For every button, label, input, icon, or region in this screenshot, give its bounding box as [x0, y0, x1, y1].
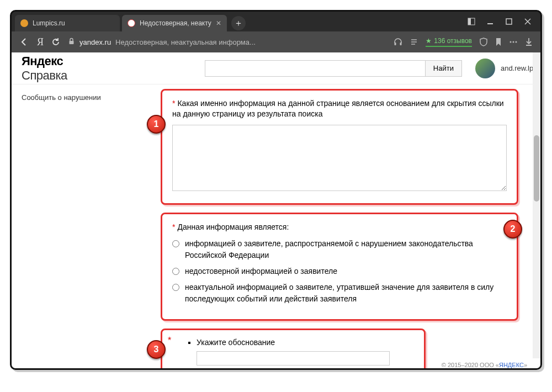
- close-window-icon[interactable]: [524, 18, 532, 27]
- required-marker: *: [172, 223, 175, 231]
- annotation-badge-3: 3: [147, 340, 166, 359]
- svg-point-12: [510, 41, 512, 43]
- yandex-logo[interactable]: Яндекс Справка: [22, 54, 67, 83]
- reviews-badge[interactable]: ★ 136 отзывов: [426, 37, 472, 47]
- headphones-icon[interactable]: [394, 38, 402, 46]
- sidebar-toggle-icon[interactable]: [468, 18, 475, 27]
- toolbar: Я yandex.ru Недостоверная, неактуальная …: [12, 31, 540, 52]
- footer: © 2015–2020 ООО «ЯНДЕКС»: [442, 362, 527, 368]
- footer-link[interactable]: ЯНДЕКС: [499, 362, 524, 368]
- radio-option-3[interactable]: неактуальной информацией о заявителе, ут…: [172, 282, 507, 305]
- shield-icon[interactable]: [480, 38, 487, 46]
- search-button[interactable]: Найти: [426, 60, 462, 77]
- reload-icon[interactable]: [51, 38, 60, 46]
- menu-icon[interactable]: [509, 38, 517, 46]
- tab-lumpics[interactable]: Lumpics.ru: [15, 15, 120, 31]
- tab-title: Lumpics.ru: [33, 19, 65, 27]
- question-1-textarea[interactable]: [172, 125, 507, 191]
- favicon-icon: [128, 19, 135, 27]
- address-title: Недостоверная, неактуальная информа...: [115, 38, 256, 46]
- svg-rect-3: [506, 19, 512, 24]
- avatar: [475, 59, 495, 78]
- tab-title: Недостоверная, неакту: [140, 19, 211, 27]
- reviews-count: 136 отзывов: [434, 37, 472, 45]
- address-domain: yandex.ru: [79, 38, 111, 46]
- radio-input-3[interactable]: [172, 284, 179, 291]
- new-tab-button[interactable]: ＋: [231, 16, 246, 30]
- page: Яндекс Справка Найти and.rew.lptw Сообщи…: [12, 52, 540, 368]
- radio-label-2: недостоверной информацией о заявителе: [185, 266, 337, 277]
- screenshot-frame: Lumpics.ru Недостоверная, неакту ✕ ＋: [10, 10, 542, 370]
- question-3-input[interactable]: [197, 351, 390, 365]
- close-icon[interactable]: ✕: [216, 19, 221, 27]
- tabstrip: Lumpics.ru Недостоверная, неакту ✕ ＋: [12, 12, 540, 31]
- required-marker: *: [172, 99, 175, 108]
- annotation-block-2: 2 *Данная информация является: информаци…: [161, 213, 518, 321]
- sidebar: Сообщить о нарушении: [12, 84, 161, 368]
- sidebar-item-report[interactable]: Сообщить о нарушении: [22, 93, 151, 102]
- yandex-header: Яндекс Справка Найти and.rew.lptw: [12, 52, 540, 84]
- favicon-icon: [20, 19, 28, 27]
- radio-option-1[interactable]: информацией о заявителе, распространяемо…: [172, 238, 507, 261]
- downloads-icon[interactable]: [525, 38, 533, 46]
- svg-rect-1: [468, 18, 471, 25]
- footer-copyright: © 2015–2020 ООО «: [442, 362, 499, 368]
- annotation-block-1: 1 *Какая именно информация на данной стр…: [161, 89, 518, 205]
- bookmark-icon[interactable]: [495, 38, 502, 46]
- radio-option-2[interactable]: недостоверной информацией о заявителе: [172, 266, 507, 277]
- svg-point-14: [516, 41, 517, 43]
- question-1-label: *Какая именно информация на данной стран…: [172, 98, 507, 119]
- yandex-home-icon[interactable]: Я: [37, 36, 44, 48]
- page-body: Сообщить о нарушении 1 *Какая именно инф…: [12, 84, 540, 368]
- radio-label-1: информацией о заявителе, распространяемо…: [185, 238, 507, 261]
- form-area: 1 *Какая именно информация на данной стр…: [161, 84, 540, 368]
- logo-bold: Яндекс: [22, 54, 63, 68]
- svg-rect-8: [400, 43, 402, 45]
- radio-input-2[interactable]: [172, 268, 179, 275]
- radio-input-1[interactable]: [172, 240, 179, 247]
- required-marker: *: [168, 336, 171, 346]
- browser-window: Lumpics.ru Недостоверная, неакту ✕ ＋: [12, 12, 540, 368]
- lock-icon: [68, 38, 75, 46]
- annotation-badge-1: 1: [147, 115, 166, 134]
- annotation-badge-2: 2: [503, 220, 522, 239]
- user-menu[interactable]: and.rew.lptw: [475, 59, 540, 78]
- question-3-label: Укажите обоснование: [197, 338, 414, 347]
- tab-yandex-active[interactable]: Недостоверная, неакту ✕: [122, 15, 227, 31]
- svg-point-13: [513, 41, 514, 43]
- svg-rect-7: [395, 43, 396, 45]
- search-input[interactable]: [205, 60, 426, 77]
- reader-icon[interactable]: [410, 38, 418, 46]
- logo-light: Справка: [22, 68, 67, 82]
- annotation-block-3: 3 * Укажите обоснование: [161, 329, 426, 368]
- back-icon[interactable]: [19, 37, 29, 47]
- footer-tail: »: [524, 362, 527, 368]
- svg-rect-6: [70, 41, 74, 44]
- maximize-icon[interactable]: [505, 18, 513, 27]
- radio-label-3: неактуальной информацией о заявителе, ут…: [185, 282, 507, 305]
- question-2-label: *Данная информация является:: [172, 222, 507, 232]
- minimize-icon[interactable]: [486, 18, 494, 27]
- window-controls: [459, 18, 540, 31]
- address-bar[interactable]: yandex.ru Недостоверная, неактуальная ин…: [68, 38, 256, 46]
- site-search: Найти: [205, 60, 462, 77]
